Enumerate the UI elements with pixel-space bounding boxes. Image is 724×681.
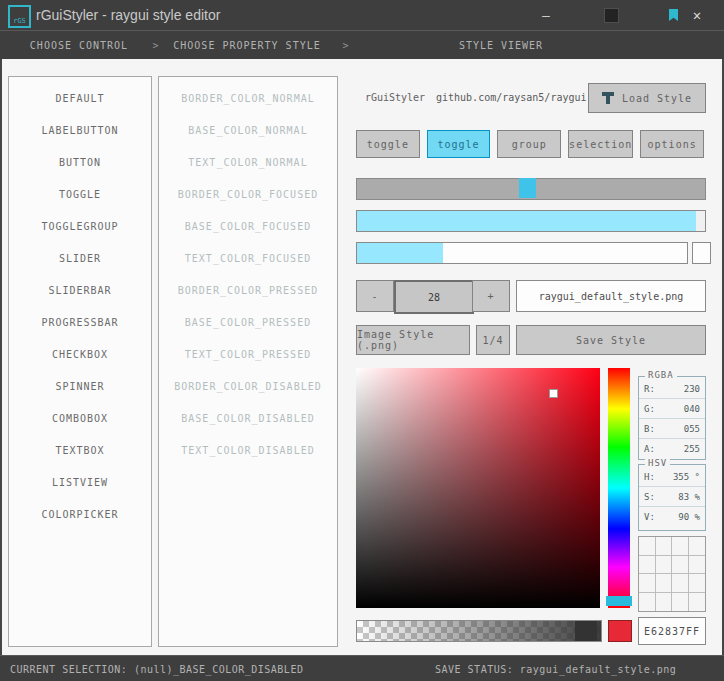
hex-value-box[interactable]: E62837FF <box>638 617 706 645</box>
slider-demo[interactable] <box>356 178 706 200</box>
property-item-base-color-disabled[interactable]: BASE_COLOR_DISABLED <box>159 402 337 434</box>
spinner-minus-button[interactable]: - <box>356 280 394 312</box>
palette-cell[interactable] <box>689 556 706 575</box>
menu-style-viewer: STYLE VIEWER <box>356 31 646 59</box>
palette-cell[interactable] <box>656 537 673 556</box>
control-item-combobox[interactable]: COMBOBOX <box>9 402 151 434</box>
control-item-slider[interactable]: SLIDER <box>9 242 151 274</box>
control-item-togglegroup[interactable]: TOGGLEGROUP <box>9 210 151 242</box>
hsv-panel-title: HSV <box>645 458 670 468</box>
palette-cell[interactable] <box>656 593 673 612</box>
slider-handle[interactable] <box>519 178 536 198</box>
control-item-progressbar[interactable]: PROGRESSBAR <box>9 306 151 338</box>
toggle-button-2-active[interactable]: toggle <box>427 130 491 158</box>
property-item-base-color-focused[interactable]: BASE_COLOR_FOCUSED <box>159 210 337 242</box>
window-title: rGuiStyler - raygui style editor <box>36 7 220 23</box>
hue-slider-handle[interactable] <box>606 596 632 606</box>
palette-cell[interactable] <box>672 593 689 612</box>
menu-choose-property-style: CHOOSE PROPERTY STYLE <box>158 31 336 59</box>
hsv-v-value: 90 % <box>678 512 700 522</box>
filename-textbox[interactable]: raygui_default_style.png <box>516 280 706 312</box>
color-picker-panel[interactable] <box>356 368 600 608</box>
property-item-border-color-normal[interactable]: BORDER_COLOR_NORMAL <box>159 82 337 114</box>
repo-label: github.com/raysan5/raygui <box>436 84 588 110</box>
save-style-button[interactable]: Save Style <box>516 325 706 355</box>
menu-choose-control: CHOOSE CONTROL <box>8 31 150 59</box>
property-item-text-color-normal[interactable]: TEXT_COLOR_NORMAL <box>159 146 337 178</box>
control-item-toggle[interactable]: TOGGLE <box>9 178 151 210</box>
palette-cell[interactable] <box>639 593 656 612</box>
property-item-text-color-disabled[interactable]: TEXT_COLOR_DISABLED <box>159 434 337 466</box>
palette-cell[interactable] <box>672 537 689 556</box>
rgba-row-g: G: 040 <box>639 399 705 419</box>
load-style-button[interactable]: Load Style <box>588 83 706 113</box>
property-item-border-color-disabled[interactable]: BORDER_COLOR_DISABLED <box>159 370 337 402</box>
palette-cell[interactable] <box>689 574 706 593</box>
property-item-base-color-pressed[interactable]: BASE_COLOR_PRESSED <box>159 306 337 338</box>
palette-cell[interactable] <box>672 556 689 575</box>
rgba-a-label: A: <box>644 444 655 454</box>
app-icon: rGS <box>8 5 31 28</box>
control-item-spinner[interactable]: SPINNER <box>9 370 151 402</box>
progressbar-demo <box>356 210 706 232</box>
image-style-button[interactable]: Image Style (.png) <box>356 325 470 355</box>
toggle-button-1[interactable]: toggle <box>356 130 420 158</box>
rgba-b-label: B: <box>644 424 655 434</box>
rgba-row-a: A: 255 <box>639 439 705 458</box>
palette-cell[interactable] <box>672 574 689 593</box>
hsv-s-label: S: <box>644 492 655 502</box>
maximize-icon <box>604 8 619 23</box>
property-item-border-color-pressed[interactable]: BORDER_COLOR_PRESSED <box>159 274 337 306</box>
property-item-text-color-pressed[interactable]: TEXT_COLOR_PRESSED <box>159 338 337 370</box>
scale-toggle-button[interactable]: 1/4 <box>476 325 510 355</box>
toggle-button-4[interactable]: selection <box>568 130 633 158</box>
palette-cell[interactable] <box>689 593 706 612</box>
color-picker-cursor[interactable] <box>549 389 558 398</box>
property-item-border-color-focused[interactable]: BORDER_COLOR_FOCUSED <box>159 178 337 210</box>
spinner-plus-button[interactable]: + <box>472 280 510 312</box>
rgba-row-r: R: 230 <box>639 379 705 399</box>
teal-flag-icon <box>669 9 678 21</box>
palette-cell[interactable] <box>689 537 706 556</box>
toggle-button-3[interactable]: group <box>497 130 561 158</box>
palette-cell[interactable] <box>656 556 673 575</box>
control-item-default[interactable]: DEFAULT <box>9 82 151 114</box>
property-item-text-color-focused[interactable]: TEXT_COLOR_FOCUSED <box>159 242 337 274</box>
app-icon-label: rGS <box>13 17 26 26</box>
control-item-button[interactable]: BUTTON <box>9 146 151 178</box>
hsv-row-s: S: 83 % <box>639 487 705 507</box>
palette-cell[interactable] <box>639 574 656 593</box>
palette-cell[interactable] <box>656 574 673 593</box>
rgba-r-value: 230 <box>684 384 700 394</box>
hsv-row-v: V: 90 % <box>639 507 705 526</box>
control-item-colorpicker[interactable]: COLORPICKER <box>9 498 151 530</box>
minimize-button[interactable]: — <box>531 0 561 30</box>
progressbar-fill <box>357 211 696 231</box>
rgba-b-value: 055 <box>684 424 700 434</box>
control-item-checkbox[interactable]: CHECKBOX <box>9 338 151 370</box>
hue-slider[interactable] <box>608 368 630 608</box>
rgba-panel-title: RGBA <box>645 370 677 380</box>
palette-cell[interactable] <box>639 556 656 575</box>
hsv-panel: HSV H: 355 ° S: 83 % V: 90 % <box>638 464 706 531</box>
control-item-labelbutton[interactable]: LABELBUTTON <box>9 114 151 146</box>
spinner-value[interactable]: 28 <box>394 280 474 314</box>
alpha-gradient-overlay <box>357 621 601 641</box>
toggle-button-5[interactable]: options <box>640 130 704 158</box>
control-item-listview[interactable]: LISTVIEW <box>9 466 151 498</box>
control-item-textbox[interactable]: TEXTBOX <box>9 434 151 466</box>
maximize-button[interactable] <box>596 0 626 30</box>
checkbox-demo[interactable] <box>692 242 711 264</box>
hsv-s-value: 83 % <box>678 492 700 502</box>
sliderbar-demo[interactable] <box>356 242 688 264</box>
palette-cell[interactable] <box>639 537 656 556</box>
properties-list-panel: BORDER_COLOR_NORMAL BASE_COLOR_NORMAL TE… <box>158 76 338 647</box>
alpha-slider-handle[interactable] <box>575 621 597 641</box>
alpha-slider[interactable] <box>356 620 602 642</box>
rgba-row-b: B: 055 <box>639 419 705 439</box>
control-item-sliderbar[interactable]: SLIDERBAR <box>9 274 151 306</box>
close-button[interactable]: ✕ <box>680 0 714 30</box>
rgba-r-label: R: <box>644 384 655 394</box>
sliderbar-fill <box>357 243 443 263</box>
property-item-base-color-normal[interactable]: BASE_COLOR_NORMAL <box>159 114 337 146</box>
